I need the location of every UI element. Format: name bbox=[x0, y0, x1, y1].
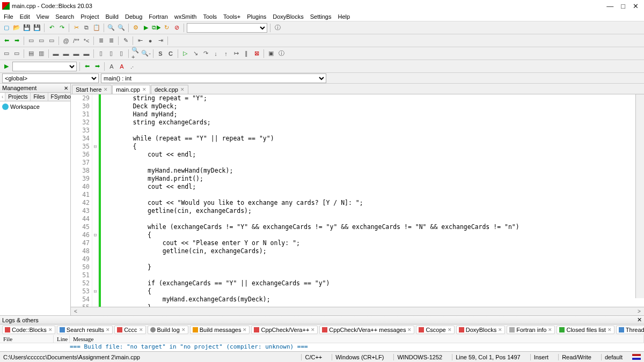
stop-debug-icon[interactable]: ⊠ bbox=[252, 49, 261, 58]
mgmt-tab-projects[interactable]: Projects bbox=[5, 93, 31, 101]
code-lines[interactable]: string repeat = "Y"; Deck myDeck; Hand m… bbox=[101, 94, 644, 307]
log-tab-cscope[interactable]: Cscope✕ bbox=[416, 326, 454, 334]
highlight-icon[interactable]: ✎ bbox=[121, 36, 130, 45]
debug-windows-icon[interactable]: ▣ bbox=[267, 49, 275, 58]
close-button[interactable]: ✕ bbox=[633, 2, 639, 10]
zoom-out-icon[interactable]: 🔍- bbox=[142, 49, 150, 58]
next-icon[interactable]: ➡ bbox=[93, 62, 101, 71]
anchor-right-icon[interactable]: ⇥ bbox=[156, 36, 165, 45]
close-icon[interactable]: ✕ bbox=[548, 327, 552, 333]
col2-icon[interactable]: ▯ bbox=[107, 49, 115, 58]
text-icon[interactable]: A bbox=[107, 62, 116, 71]
management-tabs[interactable]: ‹ProjectsFilesFSymbols› bbox=[0, 93, 70, 101]
open-icon[interactable]: 📂 bbox=[12, 24, 21, 32]
vertical-scrollbar[interactable] bbox=[635, 94, 644, 298]
redo-icon[interactable]: ↷ bbox=[57, 24, 66, 32]
col3-icon[interactable]: ▯ bbox=[117, 49, 126, 58]
close-icon[interactable]: ✕ bbox=[139, 327, 143, 333]
close-icon[interactable]: ✕ bbox=[498, 327, 502, 333]
row2-icon[interactable]: ▬ bbox=[62, 49, 70, 58]
log-tab-doxyblocks[interactable]: DoxyBlocks✕ bbox=[456, 326, 505, 334]
menu-view[interactable]: View bbox=[34, 13, 52, 20]
log-tab-build-log[interactable]: Build log✕ bbox=[148, 326, 188, 334]
close-icon[interactable]: ✕ bbox=[181, 327, 186, 333]
log-tab-search-results[interactable]: Search results✕ bbox=[57, 326, 113, 334]
maximize-button[interactable]: □ bbox=[621, 2, 625, 10]
log-tab-code-blocks[interactable]: Code::Blocks✕ bbox=[2, 326, 55, 334]
log-header-line[interactable]: Line bbox=[54, 335, 70, 343]
rebuild-icon[interactable]: ↻ bbox=[162, 24, 171, 32]
scope-func-select[interactable]: main() : int bbox=[101, 73, 326, 83]
close-icon[interactable]: ✕ bbox=[608, 327, 612, 333]
letter-s-icon[interactable]: S bbox=[156, 49, 165, 58]
close-icon[interactable]: ✕ bbox=[407, 327, 412, 333]
bookmark-next-icon[interactable]: ▭ bbox=[47, 36, 56, 45]
mgmt-tab-prev[interactable]: ‹ bbox=[0, 93, 5, 101]
close-icon[interactable]: ✕ bbox=[104, 87, 108, 92]
build-icon[interactable]: ⚙ bbox=[131, 24, 140, 32]
new-file-icon[interactable]: ▢ bbox=[2, 24, 11, 32]
back-icon[interactable]: ⬅ bbox=[2, 36, 11, 45]
replace-icon[interactable]: 🔍 bbox=[117, 24, 126, 32]
menu-settings[interactable]: Settings bbox=[308, 13, 334, 20]
editor-tab-deck-cpp[interactable]: deck.cpp✕ bbox=[151, 85, 188, 94]
run-small-icon[interactable]: ▶ bbox=[2, 62, 11, 71]
log-tab-cccc[interactable]: Cccc✕ bbox=[114, 326, 145, 334]
workspace-node[interactable]: Workspace bbox=[2, 104, 68, 110]
row4-icon[interactable]: ▬ bbox=[82, 49, 91, 58]
log-row[interactable]: === Build file: "no target" in "no proje… bbox=[0, 343, 644, 351]
close-icon[interactable]: ✕ bbox=[243, 327, 247, 333]
frame-icon[interactable]: ▭ bbox=[12, 49, 21, 58]
comment-icon[interactable]: /** bbox=[72, 36, 80, 45]
menu-fortran[interactable]: Fortran bbox=[146, 13, 170, 20]
step-over-icon[interactable]: ↷ bbox=[201, 49, 210, 58]
management-close-icon[interactable]: ✕ bbox=[64, 85, 68, 91]
select-icon[interactable]: ▭ bbox=[2, 49, 11, 58]
prev-icon[interactable]: ⬅ bbox=[83, 62, 91, 71]
anchor-left-icon[interactable]: ⇤ bbox=[136, 36, 144, 45]
undo-icon[interactable]: ↶ bbox=[47, 24, 56, 32]
find-icon[interactable]: 🔍 bbox=[107, 24, 115, 32]
close-icon[interactable]: ✕ bbox=[180, 87, 185, 92]
pause-icon[interactable]: ‖ bbox=[242, 49, 251, 58]
dot-icon[interactable]: .· bbox=[128, 62, 136, 71]
log-tab-thread-search[interactable]: Thread search✕ bbox=[616, 326, 644, 334]
mgmt-tab-files[interactable]: Files bbox=[31, 93, 48, 101]
log-tab-closed-files-list[interactable]: Closed files list✕ bbox=[557, 326, 614, 334]
indent-icon[interactable]: ≣ bbox=[97, 36, 105, 45]
copy-icon[interactable]: ⧉ bbox=[82, 24, 91, 32]
text-red-icon[interactable]: A bbox=[118, 62, 126, 71]
step-into-icon[interactable]: ↓ bbox=[211, 49, 220, 58]
log-header-message[interactable]: Message bbox=[70, 335, 644, 343]
panel2-icon[interactable]: ▥ bbox=[37, 49, 46, 58]
cut-icon[interactable]: ✂ bbox=[72, 24, 80, 32]
menu-edit[interactable]: Edit bbox=[17, 13, 33, 20]
menu-file[interactable]: File bbox=[1, 13, 16, 20]
log-tab-build-messages[interactable]: Build messages✕ bbox=[190, 326, 250, 334]
build-run-icon[interactable]: ⧉▶ bbox=[152, 24, 160, 32]
log-tab-cppcheck-vera-[interactable]: CppCheck/Vera++✕ bbox=[251, 326, 318, 334]
fold-column[interactable]: ⊟⊟⊟ bbox=[92, 94, 99, 307]
bookmark-prev-icon[interactable]: ▭ bbox=[37, 36, 46, 45]
letter-c-icon[interactable]: C bbox=[166, 49, 175, 58]
log-tab-fortran-info[interactable]: Fortran info✕ bbox=[507, 326, 555, 334]
editor-tab-start-here[interactable]: Start here✕ bbox=[72, 85, 112, 94]
close-icon[interactable]: ✕ bbox=[142, 87, 147, 92]
minimize-button[interactable]: — bbox=[606, 2, 613, 10]
abort-icon[interactable]: ⊘ bbox=[172, 24, 181, 32]
menu-bar[interactable]: FileEditViewSearchProjectBuildDebugFortr… bbox=[0, 12, 644, 21]
paste-icon[interactable]: 📋 bbox=[92, 24, 101, 32]
next-instr-icon[interactable]: ↦ bbox=[232, 49, 240, 58]
anchor-icon[interactable]: ● bbox=[146, 36, 155, 45]
target-select[interactable] bbox=[187, 23, 267, 33]
scope-global-select[interactable]: <global> bbox=[2, 73, 99, 83]
close-icon[interactable]: ✕ bbox=[106, 327, 110, 333]
menu-build[interactable]: Build bbox=[103, 13, 121, 20]
info-icon[interactable]: ⓘ bbox=[273, 24, 282, 32]
close-icon[interactable]: ✕ bbox=[448, 327, 452, 333]
row3-icon[interactable]: ▬ bbox=[72, 49, 80, 58]
forward-icon[interactable]: ➡ bbox=[12, 36, 21, 45]
menu-project[interactable]: Project bbox=[78, 13, 101, 20]
log-tab-cppcheck-vera-messages[interactable]: CppCheck/Vera++ messages✕ bbox=[319, 326, 414, 334]
save-all-icon[interactable]: 💾 bbox=[33, 24, 41, 32]
